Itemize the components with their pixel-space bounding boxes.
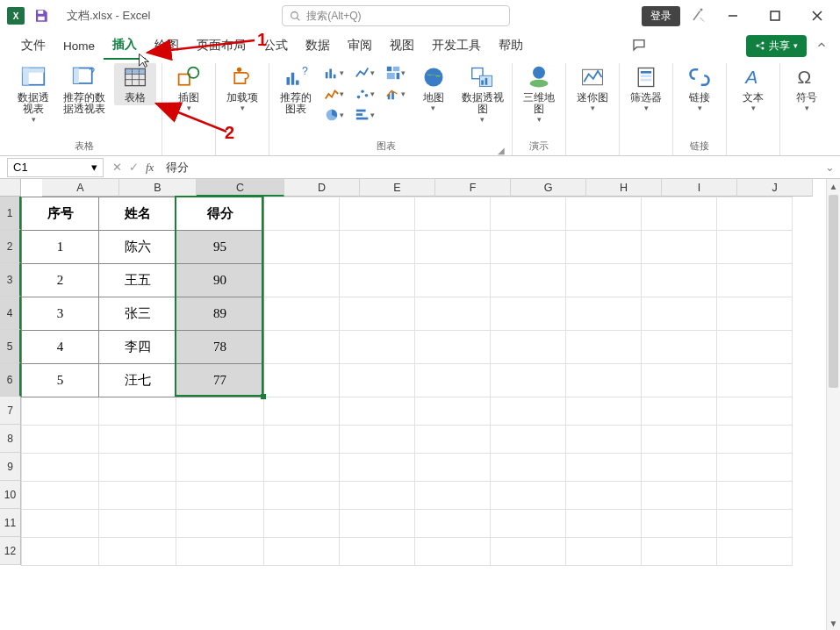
cell[interactable] [642,538,717,566]
cell[interactable]: 得分 [176,197,264,231]
cell[interactable] [340,364,415,397]
pie-chart-button[interactable]: ▾ [320,105,348,125]
cell[interactable] [491,364,566,397]
cell[interactable] [717,264,793,297]
row-header-2[interactable]: 2 [0,230,21,263]
cell[interactable]: 5 [22,364,99,397]
cell[interactable]: 姓名 [99,197,176,231]
cell[interactable]: 王五 [99,264,176,297]
cell[interactable] [415,264,491,297]
close-button[interactable] [801,4,833,28]
cell[interactable] [415,197,491,231]
cell[interactable]: 1 [22,231,99,264]
addins-button[interactable]: 加载项▾ [221,63,263,115]
name-box[interactable]: C1 ▾ [7,158,104,177]
cell[interactable] [491,454,566,482]
col-header-C[interactable]: C [197,179,284,197]
row-header-1[interactable]: 1 [0,197,21,230]
cell[interactable] [717,482,793,510]
link-button[interactable]: 链接▾ [678,63,721,115]
sparklines-button[interactable]: 迷你图▾ [571,63,614,115]
cell[interactable]: 陈六 [99,231,176,264]
cell[interactable] [491,297,566,331]
cell[interactable] [264,331,340,364]
cell[interactable] [717,331,793,364]
fx-icon[interactable]: fx [146,161,154,175]
cell[interactable] [415,538,491,566]
cell[interactable] [415,397,491,426]
cell[interactable]: 汪七 [99,364,176,397]
cell[interactable] [415,454,491,482]
cell[interactable] [264,231,340,264]
charts-dialog-launcher[interactable]: ◢ [498,146,505,155]
login-button[interactable]: 登录 [642,6,680,26]
cells-area[interactable]: 序号姓名得分1陈六952王五903张三894李四785汪七77 [21,197,826,630]
cell[interactable] [340,510,415,538]
symbols-button[interactable]: Ω 符号▾ [786,63,828,115]
cell[interactable]: 77 [176,364,264,397]
cell[interactable] [22,426,99,454]
save-icon[interactable] [33,8,49,24]
cell[interactable] [340,297,415,331]
cell[interactable] [491,231,566,264]
cell[interactable] [566,264,642,297]
cell[interactable] [99,482,176,510]
cell[interactable] [491,482,566,510]
spreadsheet-grid[interactable]: ABCDEFGHIJ 123456789101112 序号姓名得分1陈六952王… [0,179,840,630]
cell[interactable] [566,397,642,426]
cell[interactable]: 4 [22,331,99,364]
pivot-chart-button[interactable]: 数据透视图▾ [458,63,507,126]
tab-页面布局[interactable]: 页面布局 [188,32,255,60]
recommended-charts-button[interactable]: ? 推荐的图表 [275,63,317,117]
filters-button[interactable]: 筛选器▾ [625,63,667,115]
col-header-G[interactable]: G [511,179,586,197]
cell[interactable] [99,510,176,538]
row-header-4[interactable]: 4 [0,297,21,330]
cell[interactable] [340,264,415,297]
enter-formula-icon[interactable]: ✓ [129,161,139,174]
cell[interactable] [642,482,717,510]
cell[interactable] [642,231,717,264]
scroll-up-arrow[interactable]: ▲ [827,179,840,193]
cell[interactable] [22,538,99,566]
cell[interactable] [717,426,793,454]
tab-数据[interactable]: 数据 [297,32,339,60]
cell[interactable] [415,231,491,264]
scroll-thumb[interactable] [829,195,838,388]
cell[interactable] [566,482,642,510]
row-header-5[interactable]: 5 [0,330,21,363]
select-all-corner[interactable] [0,179,21,197]
tab-Home[interactable]: Home [54,32,104,60]
cell[interactable] [264,510,340,538]
cell[interactable] [491,426,566,454]
col-header-J[interactable]: J [737,179,813,197]
cell[interactable] [264,297,340,331]
cell[interactable] [22,482,99,510]
cell[interactable] [642,510,717,538]
row-header-6[interactable]: 6 [0,363,21,397]
cell[interactable] [566,426,642,454]
cell[interactable] [566,197,642,231]
cell[interactable] [264,264,340,297]
cell[interactable] [415,426,491,454]
row-header-3[interactable]: 3 [0,263,21,297]
tab-开发工具[interactable]: 开发工具 [423,32,490,60]
cell[interactable] [176,397,264,426]
cell[interactable] [415,331,491,364]
cell[interactable] [415,510,491,538]
cell[interactable] [340,538,415,566]
cell[interactable] [176,482,264,510]
cell[interactable] [340,397,415,426]
col-header-D[interactable]: D [284,179,360,197]
cell[interactable] [642,397,717,426]
cell[interactable]: 78 [176,331,264,364]
cell[interactable] [99,426,176,454]
cell[interactable]: 序号 [22,197,99,231]
cell[interactable] [264,482,340,510]
scatter-chart-button[interactable]: ▾ [351,84,378,104]
cell[interactable] [642,331,717,364]
column-chart-button[interactable]: ▾ [320,63,348,82]
row-headers[interactable]: 123456789101112 [0,197,21,565]
tab-文件[interactable]: 文件 [12,32,54,60]
cell[interactable] [566,364,642,397]
